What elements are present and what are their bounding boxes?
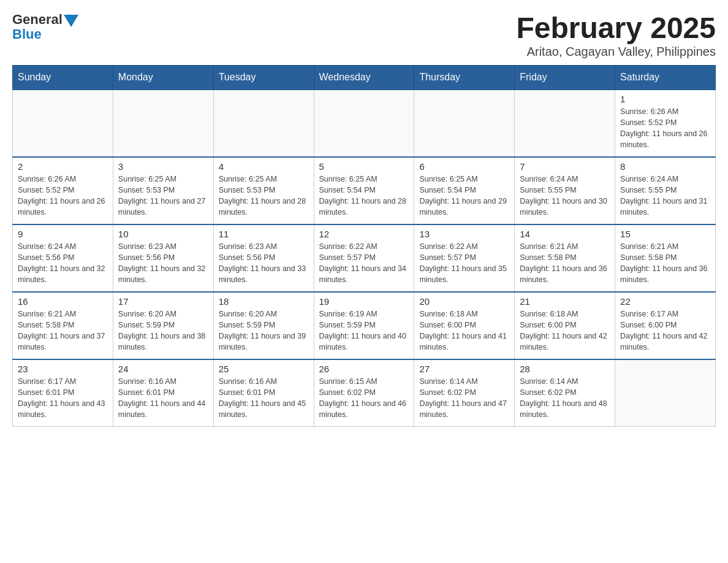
calendar-week-0: 1Sunrise: 6:26 AM Sunset: 5:52 PM Daylig… [13,90,716,157]
calendar-cell [515,90,615,157]
day-info: Sunrise: 6:24 AM Sunset: 5:55 PM Dayligh… [520,174,610,218]
calendar-body: 1Sunrise: 6:26 AM Sunset: 5:52 PM Daylig… [13,90,716,427]
day-info: Sunrise: 6:25 AM Sunset: 5:54 PM Dayligh… [319,174,409,218]
day-number: 3 [118,161,208,172]
day-info: Sunrise: 6:22 AM Sunset: 5:57 PM Dayligh… [319,241,409,286]
day-number: 14 [520,229,610,239]
calendar-table: SundayMondayTuesdayWednesdayThursdayFrid… [12,65,716,427]
weekday-header-sunday: Sunday [13,65,113,90]
calendar-cell: 26Sunrise: 6:15 AM Sunset: 6:02 PM Dayli… [314,359,414,427]
calendar-cell: 23Sunrise: 6:17 AM Sunset: 6:01 PM Dayli… [13,359,113,427]
calendar-cell: 17Sunrise: 6:20 AM Sunset: 5:59 PM Dayli… [113,292,213,359]
calendar-cell: 20Sunrise: 6:18 AM Sunset: 6:00 PM Dayli… [414,292,515,359]
calendar-cell [113,90,213,157]
day-info: Sunrise: 6:25 AM Sunset: 5:54 PM Dayligh… [419,174,509,218]
day-number: 24 [118,364,208,374]
calendar-cell: 14Sunrise: 6:21 AM Sunset: 5:58 PM Dayli… [515,224,615,292]
calendar-cell: 6Sunrise: 6:25 AM Sunset: 5:54 PM Daylig… [414,157,515,224]
calendar-cell: 12Sunrise: 6:22 AM Sunset: 5:57 PM Dayli… [314,224,414,292]
day-number: 22 [620,296,710,307]
page-title: February 2025 [516,12,716,45]
title-block: February 2025 Aritao, Cagayan Valley, Ph… [516,12,716,59]
day-info: Sunrise: 6:24 AM Sunset: 5:56 PM Dayligh… [18,241,108,286]
calendar-week-2: 9Sunrise: 6:24 AM Sunset: 5:56 PM Daylig… [13,224,716,292]
day-info: Sunrise: 6:19 AM Sunset: 5:59 PM Dayligh… [319,308,409,353]
day-number: 4 [219,161,309,172]
logo-general-text: General [12,12,63,27]
day-number: 28 [520,364,610,374]
day-number: 11 [219,229,309,239]
day-info: Sunrise: 6:20 AM Sunset: 5:59 PM Dayligh… [219,308,309,353]
day-info: Sunrise: 6:14 AM Sunset: 6:02 PM Dayligh… [419,376,509,421]
day-info: Sunrise: 6:25 AM Sunset: 5:53 PM Dayligh… [118,174,208,218]
day-number: 6 [419,161,509,172]
day-number: 7 [520,161,610,172]
day-number: 19 [319,296,409,307]
day-info: Sunrise: 6:14 AM Sunset: 6:02 PM Dayligh… [520,376,610,421]
calendar-cell [314,90,414,157]
calendar-cell: 21Sunrise: 6:18 AM Sunset: 6:00 PM Dayli… [515,292,615,359]
weekday-header-saturday: Saturday [615,65,716,90]
calendar-cell: 5Sunrise: 6:25 AM Sunset: 5:54 PM Daylig… [314,157,414,224]
day-info: Sunrise: 6:24 AM Sunset: 5:55 PM Dayligh… [620,174,710,218]
calendar-cell: 10Sunrise: 6:23 AM Sunset: 5:56 PM Dayli… [113,224,213,292]
calendar-cell: 15Sunrise: 6:21 AM Sunset: 5:58 PM Dayli… [615,224,716,292]
calendar-cell [213,90,314,157]
weekday-header-monday: Monday [113,65,213,90]
day-number: 15 [620,229,710,239]
weekday-header-friday: Friday [515,65,615,90]
day-info: Sunrise: 6:17 AM Sunset: 6:01 PM Dayligh… [18,376,108,421]
day-number: 23 [18,364,108,374]
day-info: Sunrise: 6:20 AM Sunset: 5:59 PM Dayligh… [118,308,208,353]
calendar-header: SundayMondayTuesdayWednesdayThursdayFrid… [13,65,716,90]
day-info: Sunrise: 6:15 AM Sunset: 6:02 PM Dayligh… [319,376,409,421]
calendar-cell: 1Sunrise: 6:26 AM Sunset: 5:52 PM Daylig… [615,90,716,157]
day-number: 13 [419,229,509,239]
day-number: 25 [219,364,309,374]
calendar-cell: 27Sunrise: 6:14 AM Sunset: 6:02 PM Dayli… [414,359,515,427]
calendar-cell: 19Sunrise: 6:19 AM Sunset: 5:59 PM Dayli… [314,292,414,359]
day-number: 8 [620,161,710,172]
logo-text: General Blue [12,12,78,42]
calendar-cell: 3Sunrise: 6:25 AM Sunset: 5:53 PM Daylig… [113,157,213,224]
page-subtitle: Aritao, Cagayan Valley, Philippines [516,45,716,59]
calendar-cell: 7Sunrise: 6:24 AM Sunset: 5:55 PM Daylig… [515,157,615,224]
day-number: 1 [620,94,710,104]
day-number: 27 [419,364,509,374]
weekday-header-wednesday: Wednesday [314,65,414,90]
calendar-cell [414,90,515,157]
calendar-week-3: 16Sunrise: 6:21 AM Sunset: 5:58 PM Dayli… [13,292,716,359]
day-number: 17 [118,296,208,307]
day-info: Sunrise: 6:21 AM Sunset: 5:58 PM Dayligh… [18,308,108,353]
calendar-cell: 9Sunrise: 6:24 AM Sunset: 5:56 PM Daylig… [13,224,113,292]
calendar-cell [13,90,113,157]
calendar-cell: 4Sunrise: 6:25 AM Sunset: 5:53 PM Daylig… [213,157,314,224]
day-info: Sunrise: 6:18 AM Sunset: 6:00 PM Dayligh… [419,308,509,353]
logo-blue-text: Blue [12,27,78,42]
calendar-cell: 18Sunrise: 6:20 AM Sunset: 5:59 PM Dayli… [213,292,314,359]
day-number: 18 [219,296,309,307]
calendar-cell: 13Sunrise: 6:22 AM Sunset: 5:57 PM Dayli… [414,224,515,292]
calendar-cell [615,359,716,427]
calendar-cell: 24Sunrise: 6:16 AM Sunset: 6:01 PM Dayli… [113,359,213,427]
calendar-cell: 8Sunrise: 6:24 AM Sunset: 5:55 PM Daylig… [615,157,716,224]
calendar-cell: 2Sunrise: 6:26 AM Sunset: 5:52 PM Daylig… [13,157,113,224]
day-info: Sunrise: 6:21 AM Sunset: 5:58 PM Dayligh… [620,241,710,286]
day-number: 26 [319,364,409,374]
calendar-cell: 22Sunrise: 6:17 AM Sunset: 6:00 PM Dayli… [615,292,716,359]
day-info: Sunrise: 6:25 AM Sunset: 5:53 PM Dayligh… [219,174,309,218]
calendar-cell: 11Sunrise: 6:23 AM Sunset: 5:56 PM Dayli… [213,224,314,292]
day-number: 21 [520,296,610,307]
calendar-week-1: 2Sunrise: 6:26 AM Sunset: 5:52 PM Daylig… [13,157,716,224]
day-info: Sunrise: 6:23 AM Sunset: 5:56 PM Dayligh… [118,241,208,286]
day-number: 9 [18,229,108,239]
day-number: 12 [319,229,409,239]
calendar-cell: 28Sunrise: 6:14 AM Sunset: 6:02 PM Dayli… [515,359,615,427]
day-info: Sunrise: 6:23 AM Sunset: 5:56 PM Dayligh… [219,241,309,286]
day-number: 5 [319,161,409,172]
day-info: Sunrise: 6:18 AM Sunset: 6:00 PM Dayligh… [520,308,610,353]
logo: General Blue [12,12,78,42]
day-info: Sunrise: 6:17 AM Sunset: 6:00 PM Dayligh… [620,308,710,353]
calendar-cell: 16Sunrise: 6:21 AM Sunset: 5:58 PM Dayli… [13,292,113,359]
day-number: 10 [118,229,208,239]
